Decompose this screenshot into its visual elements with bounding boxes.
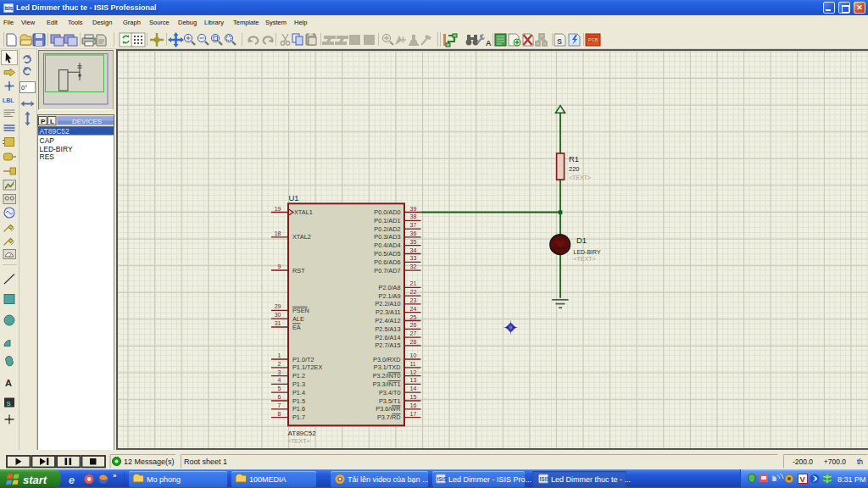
svg-text:14: 14 bbox=[410, 385, 417, 391]
svg-text:P1.3: P1.3 bbox=[292, 380, 305, 388]
svg-text:LBL: LBL bbox=[3, 97, 14, 103]
svg-text:P1.5: P1.5 bbox=[292, 397, 305, 405]
svg-text:0°: 0° bbox=[21, 84, 27, 92]
svg-text:P0.5/AD5: P0.5/AD5 bbox=[374, 250, 400, 258]
svg-text:ALE: ALE bbox=[292, 315, 304, 323]
svg-text:P3.7/RD: P3.7/RD bbox=[377, 413, 401, 421]
svg-text:13: 13 bbox=[410, 377, 417, 383]
svg-text:P2.6/A14: P2.6/A14 bbox=[375, 334, 400, 341]
svg-text:<TEXT>: <TEXT> bbox=[569, 175, 591, 180]
svg-text:P3.2/INT0: P3.2/INT0 bbox=[373, 372, 401, 380]
svg-text:P3.4/T0: P3.4/T0 bbox=[379, 389, 401, 396]
svg-text:21: 21 bbox=[410, 280, 417, 286]
svg-text:PCB: PCB bbox=[588, 37, 598, 42]
svg-text:P0.1/AD1: P0.1/AD1 bbox=[374, 217, 400, 225]
svg-text:EA: EA bbox=[292, 324, 301, 331]
svg-text:15: 15 bbox=[410, 394, 417, 400]
svg-text:AT89C52: AT89C52 bbox=[288, 430, 317, 437]
svg-text:P3.6/WR: P3.6/WR bbox=[376, 405, 400, 413]
svg-text:P0.4/AD4: P0.4/AD4 bbox=[374, 241, 400, 249]
svg-text:12: 12 bbox=[410, 369, 417, 375]
svg-text:30: 30 bbox=[275, 312, 281, 318]
svg-text:34: 34 bbox=[410, 247, 417, 253]
svg-text:P2.7/A15: P2.7/A15 bbox=[375, 341, 400, 349]
svg-text:24: 24 bbox=[410, 306, 417, 312]
svg-text:P1.4: P1.4 bbox=[292, 389, 305, 396]
svg-text:DEVICES: DEVICES bbox=[72, 118, 102, 125]
svg-text:<TEXT>: <TEXT> bbox=[288, 438, 310, 444]
svg-text:P1.1/T2EX: P1.1/T2EX bbox=[292, 363, 322, 371]
svg-text:P1.6: P1.6 bbox=[292, 405, 305, 413]
svg-text:D1: D1 bbox=[576, 236, 587, 245]
svg-text:P2.3/A11: P2.3/A11 bbox=[376, 308, 400, 316]
svg-text:P2.4/A12: P2.4/A12 bbox=[375, 317, 400, 324]
svg-text:P2.2/A10: P2.2/A10 bbox=[375, 300, 400, 308]
svg-text:P1.2: P1.2 bbox=[292, 372, 305, 380]
svg-text:26: 26 bbox=[410, 322, 417, 328]
svg-text:6: 6 bbox=[278, 394, 281, 400]
svg-text:8: 8 bbox=[278, 411, 281, 417]
svg-text:Tải lên video của bạn ...: Tải lên video của bạn ... bbox=[348, 475, 429, 484]
svg-text:19: 19 bbox=[275, 206, 281, 212]
svg-text:P2.5/A13: P2.5/A13 bbox=[375, 325, 400, 333]
svg-text:LED-BIRY: LED-BIRY bbox=[40, 145, 73, 153]
svg-text:PSEN: PSEN bbox=[292, 307, 309, 314]
svg-text:P0.2/AD2: P0.2/AD2 bbox=[374, 225, 400, 233]
svg-text:25: 25 bbox=[410, 314, 417, 320]
svg-text:27: 27 bbox=[410, 330, 417, 336]
svg-text:28: 28 bbox=[410, 339, 417, 345]
svg-text:e: e bbox=[69, 474, 75, 486]
svg-text:R1: R1 bbox=[569, 154, 579, 164]
svg-text:P3.5/T1: P3.5/T1 bbox=[379, 397, 401, 405]
svg-text:2: 2 bbox=[278, 361, 281, 367]
svg-text:4: 4 bbox=[278, 377, 281, 383]
svg-text:100MEDIA: 100MEDIA bbox=[249, 475, 287, 484]
svg-text:33: 33 bbox=[410, 255, 417, 261]
svg-text:RES: RES bbox=[40, 152, 55, 161]
svg-text:P3.1/TXD: P3.1/TXD bbox=[374, 363, 401, 371]
svg-text:AT89C52: AT89C52 bbox=[40, 127, 70, 136]
svg-text:1: 1 bbox=[278, 352, 281, 358]
svg-text:12 Message(s): 12 Message(s) bbox=[124, 458, 175, 466]
svg-text:RST: RST bbox=[292, 267, 305, 274]
svg-text:Led Dimmer thuc te - ...: Led Dimmer thuc te - ... bbox=[551, 475, 631, 484]
svg-text:38: 38 bbox=[410, 214, 417, 219]
svg-text:A: A bbox=[5, 378, 12, 388]
svg-text:9: 9 bbox=[278, 263, 281, 269]
svg-text:L: L bbox=[50, 118, 54, 125]
svg-text:23: 23 bbox=[410, 297, 417, 303]
svg-text:P2.1/A9: P2.1/A9 bbox=[379, 292, 401, 300]
svg-text:39: 39 bbox=[410, 206, 417, 212]
svg-text:ISIS: ISIS bbox=[437, 476, 448, 482]
svg-text:S: S bbox=[557, 37, 562, 46]
svg-text:-200.0: -200.0 bbox=[793, 458, 813, 466]
svg-text:17: 17 bbox=[410, 411, 417, 417]
svg-text:10: 10 bbox=[410, 352, 417, 358]
svg-text:3: 3 bbox=[278, 369, 281, 375]
svg-text:Root sheet 1: Root sheet 1 bbox=[184, 458, 227, 466]
svg-text:P3.3/INT1: P3.3/INT1 bbox=[373, 380, 401, 388]
svg-text:18: 18 bbox=[275, 230, 281, 236]
svg-text:Mo phong: Mo phong bbox=[147, 475, 181, 484]
svg-text:8:31 PM: 8:31 PM bbox=[837, 475, 866, 484]
svg-text:35: 35 bbox=[410, 239, 417, 245]
svg-text:»: » bbox=[113, 472, 117, 480]
svg-text:P0.7/AD7: P0.7/AD7 bbox=[374, 267, 400, 274]
svg-text:XTAL1: XTAL1 bbox=[294, 208, 313, 216]
svg-text:LED-BIRY: LED-BIRY bbox=[574, 249, 601, 255]
svg-text:A: A bbox=[486, 39, 492, 47]
svg-text:th: th bbox=[857, 458, 863, 466]
svg-text:P0.0/AD0: P0.0/AD0 bbox=[374, 208, 400, 216]
svg-text:P0.3/AD3: P0.3/AD3 bbox=[374, 233, 400, 241]
svg-text:CAP: CAP bbox=[40, 136, 55, 145]
svg-text:P2.0/A8: P2.0/A8 bbox=[379, 284, 401, 291]
svg-text:ISIS: ISIS bbox=[540, 476, 551, 482]
svg-text:37: 37 bbox=[410, 222, 417, 228]
svg-text:<TEXT>: <TEXT> bbox=[574, 256, 596, 262]
svg-text:S: S bbox=[7, 400, 12, 408]
svg-text:220: 220 bbox=[569, 165, 580, 173]
svg-text:XTAL2: XTAL2 bbox=[292, 233, 311, 241]
svg-text:32: 32 bbox=[410, 263, 417, 269]
svg-text:V: V bbox=[800, 474, 806, 484]
svg-text:P0.6/AD6: P0.6/AD6 bbox=[374, 258, 400, 266]
